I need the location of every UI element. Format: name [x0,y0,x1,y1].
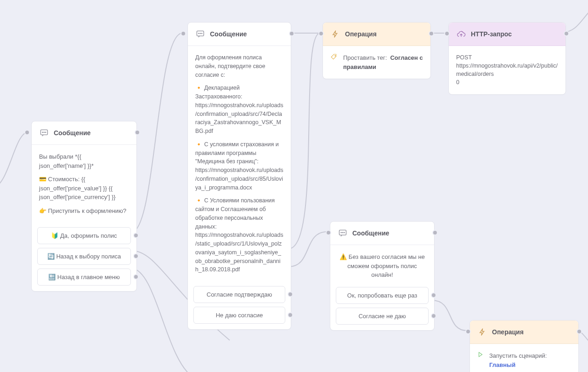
node-body: Проставить тег: Согласен с правилами [323,46,430,79]
cloud-upload-icon [456,29,466,39]
port-out[interactable] [288,312,293,318]
node-title: Операция [492,328,524,336]
node-header: Сообщение [32,121,136,145]
port-in[interactable] [318,31,324,36]
node-operation-run-scenario[interactable]: Операция Запустить сценарий: Главный [469,320,579,372]
port-out[interactable] [289,31,294,36]
node-http-request[interactable]: HTTP-запрос POST https://mnogostrahovok.… [448,22,566,95]
node-title: HTTP-запрос [471,30,512,38]
tag-icon [330,53,339,63]
svg-point-7 [202,33,202,34]
node-message-2[interactable]: Сообщение Для оформления полиса онлайн, … [187,22,291,330]
lightning-icon [330,29,340,39]
btn-back-select[interactable]: 🔄 Назад к выбору полиса [37,248,131,265]
port-out[interactable] [133,233,139,238]
node-header: HTTP-запрос [449,23,565,46]
port-out[interactable] [288,292,293,297]
svg-point-2 [44,132,44,132]
node-title: Сообщение [352,229,389,237]
node-header: Сообщение [330,222,434,245]
port-in[interactable] [24,130,30,135]
node-body: Вы выбрали *{{ json_offer['name'] }}* 💳 … [32,145,136,227]
btn-no-consent[interactable]: Согласие не даю [336,308,429,325]
port-in[interactable] [181,31,186,36]
port-out[interactable] [432,230,438,235]
node-header: Сообщение [188,23,291,46]
btn-confirm-consent[interactable]: Согласие подтверждаю [193,286,285,303]
port-out[interactable] [135,130,140,135]
scenario-link[interactable]: Главный [489,361,515,368]
btn-try-again[interactable]: Ок, попробовать еще раз [336,287,429,304]
btn-back-main[interactable]: 🔙 Назад в главное меню [37,269,131,286]
node-message-1[interactable]: Сообщение Вы выбрали *{{ json_offer['nam… [31,121,137,292]
port-in[interactable] [444,31,450,36]
svg-point-11 [342,232,343,233]
svg-point-12 [344,232,345,233]
port-out[interactable] [133,274,139,280]
port-out[interactable] [431,313,436,319]
btn-decline-consent[interactable]: Не даю согласие [193,307,285,324]
node-header: Операция [470,320,578,344]
port-out[interactable] [564,31,569,36]
port-out[interactable] [133,253,139,259]
node-title: Сообщение [210,30,247,38]
svg-point-10 [341,232,341,233]
port-out[interactable] [431,292,436,298]
btn-yes-order[interactable]: 🔰 Да, оформить полис [37,227,131,244]
svg-point-6 [200,33,200,34]
node-message-warning[interactable]: Сообщение ⚠️ Без вашего согласия мы не с… [330,221,435,331]
port-in[interactable] [465,329,471,334]
node-body: Запустить сценарий: Главный [470,344,578,372]
node-title: Сообщение [54,129,90,137]
node-body: ⚠️ Без вашего согласия мы не сможем офор… [330,245,434,287]
message-icon [338,228,348,238]
svg-point-3 [45,132,46,132]
lightning-icon [477,327,487,337]
node-operation-tag[interactable]: Операция Проставить тег: Согласен с прав… [322,22,431,79]
svg-point-8 [335,56,336,57]
svg-point-1 [42,132,43,132]
node-body: Для оформления полиса онлайн, подтвердит… [188,46,291,286]
node-header: Операция [323,23,430,46]
node-body: POST https://mnogostrahovok.ru/api/v2/pu… [449,46,565,94]
port-out[interactable] [429,31,434,36]
node-title: Операция [345,30,377,38]
port-out[interactable] [577,329,582,334]
svg-point-5 [198,33,199,34]
message-icon [195,29,205,39]
play-icon [477,351,485,361]
port-in[interactable] [326,230,331,235]
message-icon [39,128,49,138]
